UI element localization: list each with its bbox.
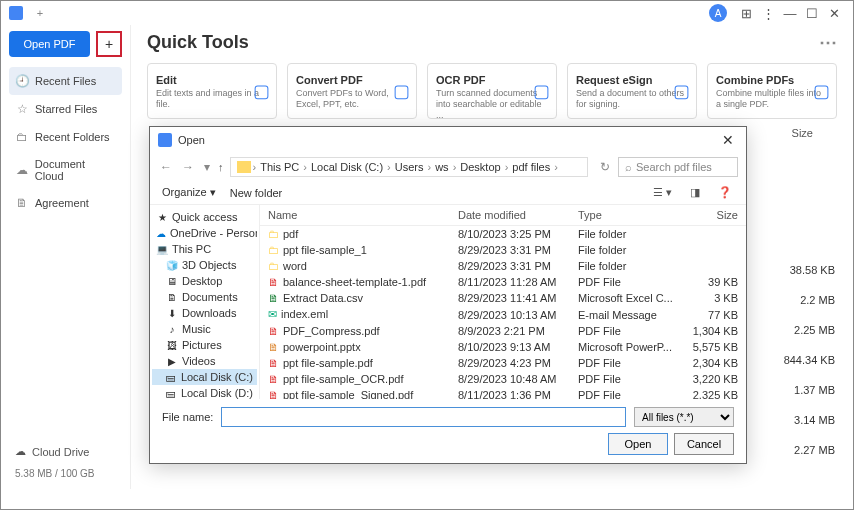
menu-icon[interactable]: ⋮ <box>757 2 779 24</box>
tree-icon: 🗎 <box>166 292 178 303</box>
sidebar-item[interactable]: 🗀Recent Folders <box>9 123 122 151</box>
breadcrumb-item[interactable]: Desktop <box>458 161 502 173</box>
file-size: 3,220 KB <box>678 373 738 385</box>
nav-icon: ☁ <box>15 163 29 177</box>
tree-item[interactable]: 💻This PC <box>152 241 257 257</box>
file-name: word <box>283 260 307 272</box>
quick-tool-card[interactable]: OCR PDFTurn scanned documents into searc… <box>427 63 557 119</box>
file-type: E-mail Message <box>578 309 678 321</box>
nav-icon: ☆ <box>15 102 29 116</box>
titlebar: + A ⊞ ⋮ — ☐ ✕ <box>1 1 853 25</box>
tree-icon: ♪ <box>166 324 178 335</box>
search-input[interactable]: ⌕ Search pdf files <box>618 157 738 177</box>
open-button[interactable]: Open <box>608 433 668 455</box>
tree-label: OneDrive - Person <box>170 227 257 239</box>
sidebar-item[interactable]: 🕘Recent Files <box>9 67 122 95</box>
file-size: 1,304 KB <box>678 325 738 337</box>
file-size-column: 38.58 KB2.2 MB2.25 MB844.34 KB1.37 MB3.1… <box>784 255 835 465</box>
grid-icon[interactable]: ⊞ <box>735 2 757 24</box>
breadcrumb-item[interactable]: pdf files <box>510 161 552 173</box>
file-date: 8/29/2023 10:13 AM <box>458 309 578 321</box>
list-item[interactable]: 🗎ppt file-sample_Signed.pdf8/11/2023 1:3… <box>260 387 746 399</box>
maximize-icon[interactable]: ☐ <box>801 2 823 24</box>
tree-icon: ☁ <box>156 228 166 239</box>
list-item[interactable]: 🗎ppt file-sample.pdf8/29/2023 4:23 PMPDF… <box>260 355 746 371</box>
sidebar-item[interactable]: ☁Document Cloud <box>9 151 122 189</box>
list-item[interactable]: 🗎PDF_Compress.pdf8/9/2023 2:21 PMPDF Fil… <box>260 323 746 339</box>
tree-item[interactable]: ▶Videos <box>152 353 257 369</box>
dialog-close-icon[interactable]: ✕ <box>718 132 738 148</box>
tree-item[interactable]: 🖴Local Disk (D:) <box>152 385 257 399</box>
file-icon: 🗎 <box>268 276 279 288</box>
col-name[interactable]: Name <box>268 209 458 221</box>
nav-dropdown-icon[interactable]: ▾ <box>202 160 212 174</box>
folder-icon <box>237 161 251 173</box>
list-item[interactable]: 🗎powerpoint.pptx8/10/2023 9:13 AMMicroso… <box>260 339 746 355</box>
nav-back-icon[interactable]: ← <box>158 160 174 174</box>
help-icon[interactable]: ❓ <box>716 186 734 199</box>
new-folder-button[interactable]: New folder <box>230 187 283 199</box>
list-item[interactable]: ✉index.eml8/29/2023 10:13 AME-mail Messa… <box>260 306 746 323</box>
nav-icon: 🗎 <box>15 196 29 210</box>
file-date: 8/29/2023 10:48 AM <box>458 373 578 385</box>
open-pdf-button[interactable]: Open PDF <box>9 31 90 57</box>
sidebar-item[interactable]: ☆Starred Files <box>9 95 122 123</box>
card-icon: ▢ <box>253 80 270 102</box>
minimize-icon[interactable]: — <box>779 2 801 24</box>
filter-select[interactable]: All files (*.*) <box>634 407 734 427</box>
add-button[interactable]: + <box>96 31 122 57</box>
nav-forward-icon[interactable]: → <box>180 160 196 174</box>
tree-item[interactable]: ☁OneDrive - Person <box>152 225 257 241</box>
organize-menu[interactable]: Organize ▾ <box>162 186 216 199</box>
quick-tool-card[interactable]: EditEdit texts and images in a file.▢ <box>147 63 277 119</box>
col-date[interactable]: Date modified <box>458 209 578 221</box>
file-icon: 🗀 <box>268 244 279 256</box>
more-icon[interactable]: ⋯ <box>819 31 837 53</box>
list-item[interactable]: 🗎ppt file-sample_OCR.pdf8/29/2023 10:48 … <box>260 371 746 387</box>
nav-up-icon[interactable]: ↑ <box>218 161 224 173</box>
tree-icon: 🖼 <box>166 340 178 351</box>
card-icon: ▢ <box>673 80 690 102</box>
cancel-button[interactable]: Cancel <box>674 433 734 455</box>
col-size[interactable]: Size <box>678 209 738 221</box>
tree-item[interactable]: 🖼Pictures <box>152 337 257 353</box>
file-name: balance-sheet-template-1.pdf <box>283 276 426 288</box>
card-icon: ▢ <box>393 80 410 102</box>
tree-item[interactable]: ⬇Downloads <box>152 305 257 321</box>
breadcrumb-item[interactable]: Users <box>393 161 426 173</box>
tree-item[interactable]: 🖥Desktop <box>152 273 257 289</box>
close-icon[interactable]: ✕ <box>823 2 845 24</box>
quick-tool-card[interactable]: Request eSignSend a document to others f… <box>567 63 697 119</box>
breadcrumb[interactable]: › This PC›Local Disk (C:)›Users›ws›Deskt… <box>230 157 589 177</box>
avatar[interactable]: A <box>709 4 727 22</box>
list-item[interactable]: 🗎balance-sheet-template-1.pdf8/11/2023 1… <box>260 274 746 290</box>
quick-tool-card[interactable]: Convert PDFConvert PDFs to Word, Excel, … <box>287 63 417 119</box>
list-item[interactable]: 🗀ppt file-sample_18/29/2023 3:31 PMFile … <box>260 242 746 258</box>
list-item[interactable]: 🗎Extract Data.csv8/29/2023 11:41 AMMicro… <box>260 290 746 306</box>
card-title: Request eSign <box>576 74 688 86</box>
nav-label: Agreement <box>35 197 89 209</box>
breadcrumb-item[interactable]: ws <box>433 161 450 173</box>
tree-item[interactable]: ★Quick access <box>152 209 257 225</box>
view-list-icon[interactable]: ☰ ▾ <box>651 186 674 199</box>
tree-item[interactable]: 🧊3D Objects <box>152 257 257 273</box>
breadcrumb-item[interactable]: This PC <box>258 161 301 173</box>
tree-item[interactable]: ♪Music <box>152 321 257 337</box>
sidebar-item[interactable]: 🗎Agreement <box>9 189 122 217</box>
list-item[interactable]: 🗀word8/29/2023 3:31 PMFile folder <box>260 258 746 274</box>
tree-item[interactable]: 🗎Documents <box>152 289 257 305</box>
breadcrumb-item[interactable]: Local Disk (C:) <box>309 161 385 173</box>
quick-tool-card[interactable]: Combine PDFsCombine multiple files into … <box>707 63 837 119</box>
file-type: PDF File <box>578 325 678 337</box>
cloud-drive-link[interactable]: ☁Cloud Drive <box>9 439 122 464</box>
file-date: 8/29/2023 11:41 AM <box>458 292 578 304</box>
refresh-icon[interactable]: ↻ <box>598 160 612 174</box>
file-date: 8/10/2023 3:25 PM <box>458 228 578 240</box>
file-list: Name Date modified Type Size 🗀pdf8/10/20… <box>260 205 746 399</box>
new-tab-button[interactable]: + <box>31 4 49 22</box>
col-type[interactable]: Type <box>578 209 678 221</box>
filename-input[interactable] <box>221 407 626 427</box>
list-item[interactable]: 🗀pdf8/10/2023 3:25 PMFile folder <box>260 226 746 242</box>
tree-item[interactable]: 🖴Local Disk (C:) <box>152 369 257 385</box>
view-preview-icon[interactable]: ◨ <box>688 186 702 199</box>
